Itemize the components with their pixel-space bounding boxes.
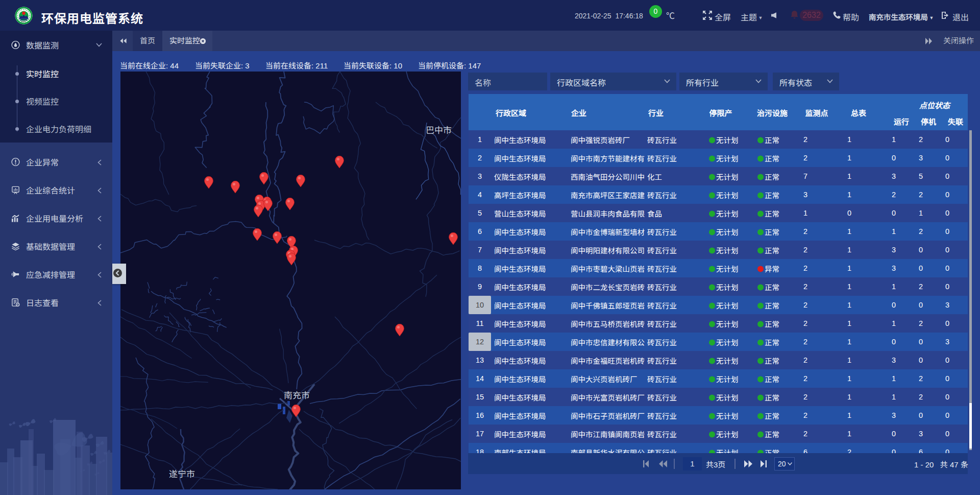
svg-text:遂宁市: 遂宁市 [169,467,195,480]
svg-text:南充市: 南充市 [284,388,310,401]
svg-text:巴中市: 巴中市 [426,123,452,136]
